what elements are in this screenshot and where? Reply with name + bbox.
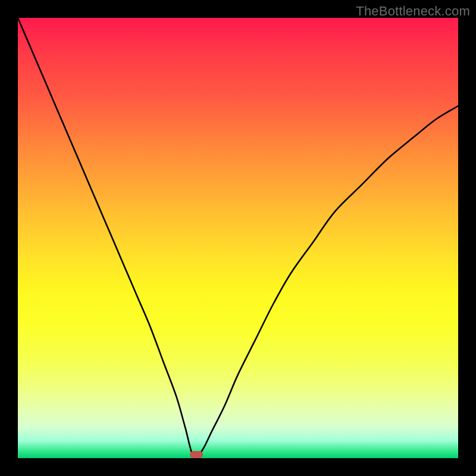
plot-area [18,18,458,458]
bottleneck-curve [18,18,458,458]
optimal-point-marker [190,451,203,458]
chart-frame: TheBottleneck.com [0,0,476,476]
watermark-label: TheBottleneck.com [356,4,470,19]
